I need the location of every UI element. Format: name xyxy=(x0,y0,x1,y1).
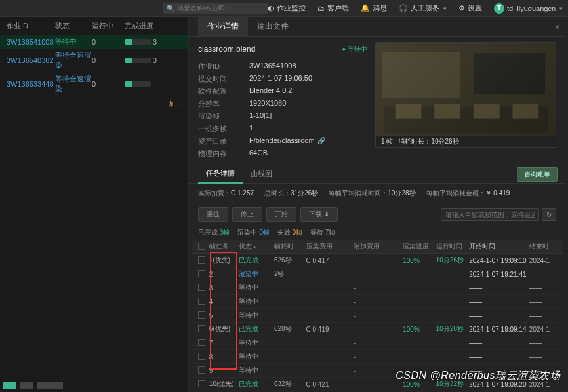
menu-label: 消息 xyxy=(373,3,387,13)
search-box[interactable]: 🔍 xyxy=(163,3,268,14)
job-list-panel: 作业ID状态运行中完成进度 3W136541008等待中0 33W1365403… xyxy=(0,17,189,392)
cell-start: —— xyxy=(469,340,529,347)
job-row[interactable]: 3W136533448等待全速渲染0 xyxy=(0,72,188,96)
bottom-controls[interactable] xyxy=(3,382,63,389)
grid-col-开始时间[interactable]: 开始时间 xyxy=(469,242,529,251)
job-row[interactable]: 3W136540382等待全速渲染0 3 xyxy=(0,49,188,72)
job-status: 等待全速渲染 xyxy=(55,50,92,70)
stats-bar: 实际扣费：C 1.257 总时长：31分26秒 每帧平均消耗时间：10分28秒 … xyxy=(189,184,565,203)
frame-row[interactable]: 2渲染中2秒-2024-1-07 19:21:41—— xyxy=(192,267,563,281)
frame-row[interactable]: 5等待中-———— xyxy=(192,309,563,323)
cell-prog: 100% xyxy=(403,257,436,264)
cell-end: —— xyxy=(529,284,556,292)
subtab-曲线图[interactable]: 曲线图 xyxy=(243,165,280,183)
detail-val: 64GB xyxy=(249,149,268,159)
row-checkbox[interactable] xyxy=(198,339,205,346)
download-icon: ⬇ xyxy=(324,210,329,218)
job-col-运行中[interactable]: 运行中 xyxy=(92,21,125,31)
preview-image[interactable] xyxy=(376,43,556,136)
job-col-状态[interactable]: 状态 xyxy=(55,21,92,31)
grid-col-状态[interactable]: 状态 xyxy=(239,242,274,251)
job-row[interactable]: 3W136541008等待中0 3 xyxy=(0,35,188,49)
search-input[interactable] xyxy=(177,5,264,12)
sub-tabs: 任务详情曲线图 咨询账单 xyxy=(189,165,565,184)
frame-grid: 帧任务状态帧耗时渲染费用附加费用渲染进度运行时间开始时间结束时 1(优先)已完成… xyxy=(192,240,563,392)
stop-button[interactable]: 停止 xyxy=(232,207,262,222)
frame-row[interactable]: 6(优先)已完成628秒C 0.419100%10分28秒2024-1-07 1… xyxy=(192,323,563,336)
row-checkbox[interactable] xyxy=(198,366,205,374)
row-checkbox[interactable] xyxy=(198,353,205,360)
row-checkbox[interactable] xyxy=(198,311,205,319)
job-col-完成进度[interactable]: 完成进度 xyxy=(125,21,164,31)
grid-col-运行时间[interactable]: 运行时间 xyxy=(436,242,469,251)
cell-task: 2 xyxy=(209,271,239,278)
frame-filter-button[interactable]: ↻ xyxy=(542,208,556,221)
cell-end: —— xyxy=(529,367,556,374)
frame-row[interactable]: 10(优先)已完成632秒C 0.421100%10分32秒2024-1-07 … xyxy=(192,378,563,391)
job-col-作业ID[interactable]: 作业ID xyxy=(7,21,55,31)
row-checkbox[interactable] xyxy=(198,380,205,387)
topmenu-消息[interactable]: 🔔消息 xyxy=(361,3,387,13)
cell-end: 2024-1 xyxy=(529,257,556,264)
avatar: T xyxy=(494,3,504,14)
frame-row[interactable]: 3等待中-———— xyxy=(192,281,563,295)
grid-col-附加费用[interactable]: 附加费用 xyxy=(354,242,403,251)
detail-tabs: 作业详情输出文件 × xyxy=(189,17,565,37)
cell-gpu: - xyxy=(354,298,403,305)
menu-label: 作业监控 xyxy=(277,3,306,13)
svg-rect-5 xyxy=(434,104,460,118)
start-button[interactable]: 开始 xyxy=(266,207,296,222)
cell-run: 10分28秒 xyxy=(436,324,469,334)
row-checkbox[interactable] xyxy=(198,270,205,277)
row-checkbox[interactable] xyxy=(198,325,205,332)
menu-icon: 🎧 xyxy=(399,4,408,12)
topmenu-作业监控[interactable]: ◐作业监控 xyxy=(268,3,306,13)
user-name: td_liyuguangcn xyxy=(507,5,556,12)
cell-status: 已完成 xyxy=(239,380,274,389)
topmenu-设置[interactable]: ⚙设置 xyxy=(458,3,482,13)
job-running: 0 xyxy=(92,56,125,64)
select-all-checkbox[interactable] xyxy=(198,243,205,250)
topmenu-客户端[interactable]: 🗂客户端 xyxy=(317,3,349,13)
tab-输出文件[interactable]: 输出文件 xyxy=(248,17,298,36)
animation-preview-button[interactable]: 咨询账单 xyxy=(517,167,558,182)
cell-status: 已完成 xyxy=(239,256,274,265)
frame-filter-input[interactable] xyxy=(441,208,539,221)
topmenu-人工服务[interactable]: 🎧人工服务 xyxy=(399,3,447,13)
cell-start: —— xyxy=(469,353,529,361)
frame-row[interactable]: 7等待中-———— xyxy=(192,336,563,350)
frame-row[interactable]: 4等待中-———— xyxy=(192,295,563,309)
frame-row[interactable]: 8等待中-———— xyxy=(192,350,563,364)
user-menu[interactable]: Ttd_liyuguangcn xyxy=(494,3,563,14)
grid-col-结束时[interactable]: 结束时 xyxy=(529,242,556,251)
subtab-任务详情[interactable]: 任务详情 xyxy=(198,165,243,184)
rerender-button[interactable]: 重提 xyxy=(198,207,228,222)
frame-row[interactable]: 9等待中-———— xyxy=(192,364,563,378)
menu-label: 设置 xyxy=(468,3,482,13)
job-list-more[interactable]: 加... xyxy=(0,96,188,113)
cell-status: 等待中 xyxy=(239,352,274,361)
cell-run: 10分26秒 xyxy=(436,256,469,265)
job-id: 3W136533448 xyxy=(7,80,55,88)
count-label: 已完成 xyxy=(198,229,220,236)
link-icon[interactable]: 🔗 xyxy=(317,137,325,144)
frame-row[interactable]: 1(优先)已完成626秒C 0.417100%10分26秒2024-1-07 1… xyxy=(192,254,563,267)
cell-dur: 626秒 xyxy=(274,256,306,265)
cell-task: 3 xyxy=(209,284,239,292)
preview-caption: 1 帧 消耗时长：10分26秒 xyxy=(376,136,556,147)
close-icon[interactable]: × xyxy=(555,22,560,32)
grid-col-渲染费用[interactable]: 渲染费用 xyxy=(306,242,354,251)
cell-gpu: - xyxy=(354,353,403,361)
row-checkbox[interactable] xyxy=(198,298,205,305)
grid-col-帧耗时[interactable]: 帧耗时 xyxy=(274,242,306,251)
grid-col-帧任务[interactable]: 帧任务 xyxy=(209,242,239,251)
svg-rect-2 xyxy=(474,53,545,94)
tab-作业详情[interactable]: 作业详情 xyxy=(198,17,248,36)
job-running: 0 xyxy=(92,38,125,46)
download-button[interactable]: 下载 ⬇ xyxy=(300,207,338,222)
cell-status: 等待中 xyxy=(239,338,274,347)
grid-col-渲染进度[interactable]: 渲染进度 xyxy=(403,242,436,251)
row-checkbox[interactable] xyxy=(198,284,205,291)
search-icon: 🔍 xyxy=(167,5,174,12)
row-checkbox[interactable] xyxy=(198,256,205,264)
